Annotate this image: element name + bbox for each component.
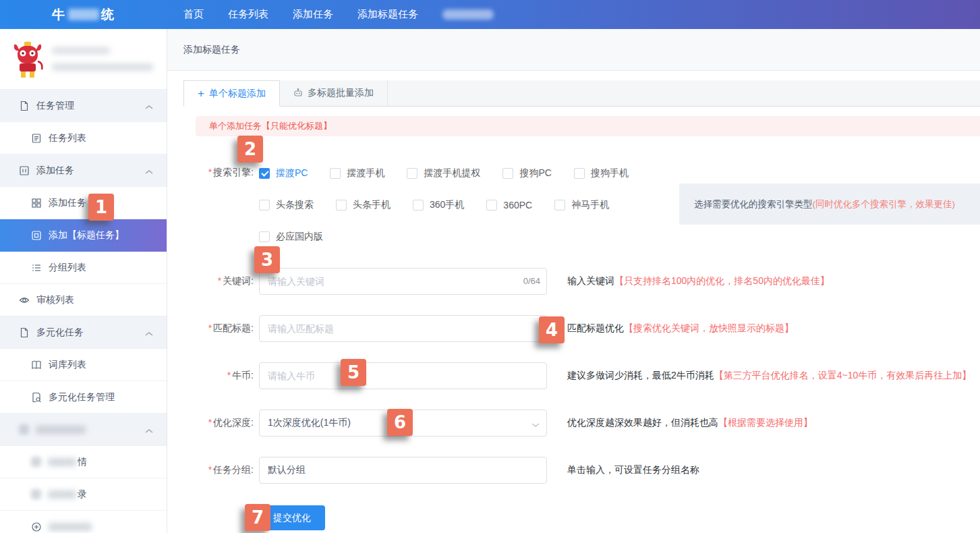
top-navbar: 牛 统 首页 任务列表 添加任务 添加标题任务 <box>0 0 980 29</box>
checkbox-checked-icon <box>259 168 270 179</box>
logo-text-suffix: 统 <box>101 6 115 24</box>
checkbox-toutiao-search[interactable]: 头条搜索 <box>259 199 314 211</box>
app-logo: 牛 统 <box>0 6 167 24</box>
sidebar-item-label: 添加任务 <box>49 197 86 209</box>
coins-row: *牛币: 建议多做词少消耗，最低2牛币消耗【第三方平台优化排名，设置4~10牛币… <box>183 362 980 389</box>
sidebar-section-diversified-task[interactable]: 多元化任务 <box>0 316 167 349</box>
keyword-row: *关键词: 0/64 输入关键词【只支持排名100内的优化，排名50内的优化最佳… <box>183 268 980 295</box>
char-counter: 0/64 <box>523 276 540 286</box>
eye-icon <box>19 295 30 306</box>
match-title-row: *匹配标题: 匹配标题优化【搜索优化关键词，放快照显示的标题】 <box>183 315 980 342</box>
book-icon <box>31 360 42 370</box>
required-mark: * <box>208 322 212 333</box>
user-info <box>52 47 153 71</box>
engine-hint-text: 选择需要优化的搜索引擎类型 <box>694 198 813 211</box>
tab-single-title-add[interactable]: + 单个标题添加 <box>183 80 280 107</box>
checkbox-toutiao-mobile[interactable]: 头条手机 <box>336 199 391 211</box>
group-label: *任务分组: <box>183 464 254 476</box>
document-icon <box>19 327 30 338</box>
engine-hint-red-text: (同时优化多个搜索引擎，效果更佳) <box>813 198 956 211</box>
sidebar-item-review-list[interactable]: 审核列表 <box>0 284 167 316</box>
square-inset-icon <box>31 230 42 241</box>
checkbox-baidu-mobile-boost[interactable]: 摆渡手机提权 <box>407 167 480 179</box>
checkbox-shenma-mobile[interactable]: 神马手机 <box>554 199 609 211</box>
logo-blurred-text <box>68 9 99 20</box>
sidebar: 任务管理 任务列表 添加任务 添加任务 添加 <box>0 29 167 533</box>
nav-item-add-title-task[interactable]: 添加标题任务 <box>357 8 418 21</box>
match-title-note: 匹配标题优化【搜索优化关键词，放快照显示的标题】 <box>567 322 794 335</box>
match-title-label: *匹配标题: <box>183 322 254 335</box>
required-mark: * <box>208 464 212 475</box>
keyword-input-wrap: 0/64 <box>259 268 547 295</box>
tab-label: 单个标题添加 <box>209 88 266 100</box>
blurred-icon <box>31 457 41 467</box>
sidebar-item-label-suffix: 录 <box>78 488 87 501</box>
checkbox-baidu-mobile[interactable]: 摆渡手机 <box>330 167 384 179</box>
step-badge-2: 2 <box>237 136 263 163</box>
engine-row-1: 摆渡PC 摆渡手机 摆渡手机提权 搜狗PC 搜狗手机 <box>259 157 651 189</box>
sidebar-item-label: 审核列表 <box>36 294 74 306</box>
step-badge-4: 4 <box>539 316 565 343</box>
checkbox-360-pc[interactable]: 360PC <box>486 200 532 211</box>
content-panel: + 单个标题添加 多标题批量添加 单个添加任务【只能优化标题】 *搜索引擎: <box>167 71 980 533</box>
nav-item-blurred[interactable] <box>442 9 494 20</box>
sidebar-item-task-list[interactable]: 任务列表 <box>0 122 167 155</box>
sidebar-item-label-blurred <box>48 458 76 466</box>
sidebar-item-add-title-task[interactable]: 添加【标题任务】 <box>0 219 167 252</box>
sidebar-item-blurred-2[interactable]: 录 <box>0 478 167 511</box>
checkbox-icon <box>336 200 347 211</box>
required-mark: * <box>208 167 212 177</box>
nav-item-add-task[interactable]: 添加任务 <box>293 8 333 21</box>
sidebar-item-diversified-task-management[interactable]: 多元化任务管理 <box>0 381 167 414</box>
keyword-note: 输入关键词【只支持排名100内的优化，排名50内的优化最佳】 <box>567 275 830 287</box>
sidebar-item-label: 任务管理 <box>36 100 74 112</box>
sidebar-item-add-task[interactable]: 添加任务 <box>0 187 167 219</box>
app-window: 牛 统 首页 任务列表 添加任务 添加标题任务 <box>0 0 980 533</box>
sidebar-item-label: 添加任务 <box>36 165 74 177</box>
checkbox-baidu-pc[interactable]: 摆渡PC <box>259 167 308 179</box>
tab-multi-title-batch-add[interactable]: 多标题批量添加 <box>280 80 388 106</box>
breadcrumb: 添加标题任务 <box>183 44 240 56</box>
sidebar-item-blurred-3[interactable] <box>0 511 167 533</box>
sidebar-item-lexicon-list[interactable]: 词库列表 <box>0 349 167 381</box>
nav-item-home[interactable]: 首页 <box>183 8 204 21</box>
required-mark: * <box>218 275 221 286</box>
sidebar-item-label: 词库列表 <box>49 359 86 371</box>
list-icon <box>31 262 42 273</box>
sidebar-section-blurred[interactable] <box>0 414 167 446</box>
keyword-input[interactable] <box>259 268 547 295</box>
checkbox-icon <box>259 200 270 211</box>
chevron-up-icon <box>145 101 153 112</box>
coins-note: 建议多做词少消耗，最低2牛币消耗【第三方平台优化排名，设置4~10牛币，有效果后… <box>567 370 971 382</box>
submit-row: 提交优化 <box>259 505 980 530</box>
checkbox-360-mobile[interactable]: 360手机 <box>413 199 464 211</box>
engine-row-2: 头条搜索 头条手机 360手机 360PC 神马手机 <box>259 189 651 221</box>
checkbox-icon <box>554 200 565 211</box>
match-title-input[interactable] <box>259 315 547 342</box>
blurred-icon <box>19 424 29 434</box>
sidebar-section-add-task[interactable]: 添加任务 <box>0 155 167 187</box>
chevron-up-icon <box>145 328 153 339</box>
sidebar-menu: 任务管理 任务列表 添加任务 添加任务 添加 <box>0 90 167 533</box>
checkbox-bing-china[interactable]: 必应国内版 <box>259 231 323 243</box>
sidebar-item-label-blurred <box>48 490 76 499</box>
coins-label: *牛币: <box>183 370 254 382</box>
nav-item-task-list[interactable]: 任务列表 <box>228 8 268 21</box>
grid-icon <box>31 198 42 208</box>
checkbox-icon <box>259 231 270 242</box>
coins-input[interactable] <box>259 362 547 389</box>
checkbox-sogou-mobile[interactable]: 搜狗手机 <box>574 167 629 179</box>
step-badge-3: 3 <box>254 246 280 273</box>
checkbox-sogou-pc[interactable]: 搜狗PC <box>502 167 551 179</box>
sidebar-item-group-list[interactable]: 分组列表 <box>0 252 167 284</box>
required-mark: * <box>227 370 231 381</box>
list-file-icon <box>31 133 42 144</box>
depth-row: *优化深度: 1次深度优化(1牛币) 优化深度越深效果越好，但消耗也高【根据需要… <box>183 410 980 437</box>
sidebar-section-task-management[interactable]: 任务管理 <box>0 90 167 122</box>
sidebar-item-label: 多元化任务 <box>36 327 84 339</box>
step-badge-6: 6 <box>387 409 413 436</box>
group-input[interactable] <box>259 457 547 484</box>
tab-label: 多标题批量添加 <box>308 87 374 99</box>
sidebar-item-blurred-1[interactable]: 情 <box>0 446 167 478</box>
group-note: 单击输入，可设置任务分组名称 <box>567 464 699 476</box>
